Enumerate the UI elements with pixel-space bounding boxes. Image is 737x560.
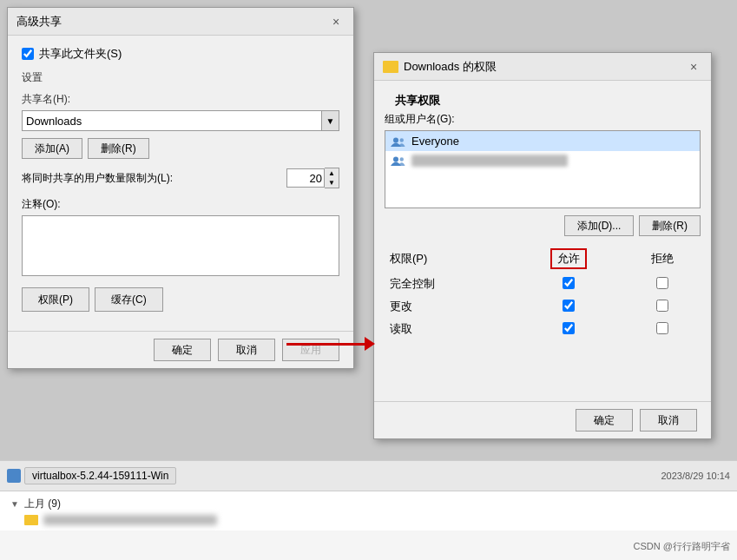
perm-spacer <box>385 340 701 392</box>
allow-read-checkbox[interactable] <box>563 322 575 334</box>
deny-change-checkbox[interactable] <box>656 300 668 312</box>
delete-share-button[interactable]: 删除(R) <box>88 138 149 159</box>
deny-full-control-checkbox[interactable] <box>656 277 668 289</box>
perm-name-full: 完全控制 <box>385 273 514 295</box>
advanced-ok-button[interactable]: 确定 <box>154 339 211 361</box>
group-label: 组或用户名(G): <box>385 112 701 127</box>
arrow-line <box>286 343 365 346</box>
deny-col-header: 拒绝 <box>623 245 701 273</box>
limit-spinner: ▲ ▼ <box>286 168 339 188</box>
spinner-down-button[interactable]: ▼ <box>325 178 339 188</box>
perm-row-read: 读取 <box>385 318 701 340</box>
folder-icon-sm <box>24 515 38 525</box>
taskbar-item-1[interactable]: virtualbox-5.2.44-159111-Win <box>24 467 176 484</box>
deny-change-cell <box>623 295 701 318</box>
expand-icon: ▼ <box>10 499 21 510</box>
folder-icon <box>383 61 398 73</box>
svg-point-1 <box>400 138 405 142</box>
permissions-title-area: Downloads 的权限 <box>383 59 497 75</box>
add-delete-row: 添加(A) 删除(R) <box>22 138 339 159</box>
perm-name-read: 读取 <box>385 318 514 340</box>
perm-row-change: 更改 <box>385 295 701 318</box>
permissions-dialog-title: Downloads 的权限 <box>404 59 497 75</box>
share-name-label: 共享名(H): <box>22 92 339 107</box>
allow-read-cell <box>514 318 623 340</box>
share-folder-row: 共享此文件夹(S) <box>22 46 339 62</box>
settings-label: 设置 <box>22 70 339 85</box>
share-name-arrow[interactable]: ▼ <box>322 110 339 131</box>
allow-col-header: 允许 <box>514 245 623 273</box>
advanced-dialog-titlebar: 高级共享 × <box>8 8 353 36</box>
group-item-everyone[interactable]: Everyone <box>385 131 700 151</box>
svg-point-2 <box>393 157 398 162</box>
notes-textarea[interactable] <box>22 215 339 276</box>
permissions-dialog-close[interactable]: × <box>685 58 702 76</box>
add-remove-row: 添加(D)... 删除(R) <box>385 215 701 236</box>
deny-read-cell <box>623 318 701 340</box>
month-label: 上月 (9) <box>24 497 61 511</box>
permissions-dialog-body: 共享权限 组或用户名(G): Everyone <box>374 81 711 401</box>
cache-button[interactable]: 缓存(C) <box>95 287 163 312</box>
file-row-1[interactable] <box>7 513 730 527</box>
permissions-dialog: Downloads 的权限 × 共享权限 组或用户名(G): Everyone <box>373 52 712 439</box>
advanced-dialog-body: 共享此文件夹(S) 设置 共享名(H): Downloads ▼ 添加(A) 删… <box>8 36 353 331</box>
allow-full-control-cell <box>514 273 623 295</box>
spinner-buttons: ▲ ▼ <box>325 168 339 188</box>
svg-point-3 <box>400 157 405 161</box>
share-folder-checkbox[interactable] <box>22 48 34 60</box>
arrow-head <box>365 337 375 351</box>
share-name-row: Downloads ▼ <box>22 110 339 131</box>
group-item-blurred[interactable] <box>385 151 700 170</box>
share-folder-label: 共享此文件夹(S) <box>39 46 122 62</box>
allow-header-highlight: 允许 <box>550 248 587 269</box>
deny-read-checkbox[interactable] <box>656 322 668 334</box>
permissions-ok-button[interactable]: 确定 <box>576 409 633 432</box>
allow-change-checkbox[interactable] <box>563 300 575 312</box>
perm-name-change: 更改 <box>385 295 514 318</box>
perm-cache-row: 权限(P) 缓存(C) <box>22 287 339 312</box>
watermark: CSDN @行行路明宇省 <box>634 540 730 553</box>
advanced-sharing-dialog: 高级共享 × 共享此文件夹(S) 设置 共享名(H): Downloads ▼ … <box>7 7 354 369</box>
permissions-dialog-titlebar: Downloads 的权限 × <box>374 53 711 81</box>
share-name-select[interactable]: Downloads <box>22 110 322 131</box>
permissions-table: 权限(P) 允许 拒绝 完全控制 <box>385 245 701 340</box>
limit-row: 将同时共享的用户数量限制为(L): ▲ ▼ <box>22 168 339 188</box>
arrow-indicator <box>286 337 375 351</box>
limit-input[interactable] <box>286 168 325 188</box>
everyone-label: Everyone <box>411 135 459 148</box>
permissions-cancel-button[interactable]: 取消 <box>640 409 697 432</box>
add-group-button[interactable]: 添加(D)... <box>564 215 635 236</box>
advanced-dialog-close[interactable]: × <box>327 13 345 30</box>
advanced-dialog-title: 高级共享 <box>16 14 62 30</box>
svg-point-0 <box>393 137 398 142</box>
perm-col-header: 权限(P) <box>385 245 514 273</box>
permissions-button[interactable]: 权限(P) <box>22 287 89 312</box>
people-icon-2 <box>391 155 406 167</box>
bottom-taskbar: virtualbox-5.2.44-159111-Win 2023/8/29 1… <box>0 460 737 491</box>
perm-row-full-control: 完全控制 <box>385 273 701 295</box>
limit-label: 将同时共享的用户数量限制为(L): <box>22 171 286 186</box>
group-list: Everyone <box>385 130 701 208</box>
file-list-area: ▼ 上月 (9) <box>0 491 737 530</box>
people-icon <box>391 135 406 148</box>
date-label-1: 2023/8/29 10:14 <box>661 471 730 481</box>
share-perms-label: 共享权限 <box>385 86 701 112</box>
add-share-button[interactable]: 添加(A) <box>22 138 82 159</box>
file-name-blurred <box>43 515 217 525</box>
deny-full-control-cell <box>623 273 701 295</box>
bottom-file-area: virtualbox-5.2.44-159111-Win 2023/8/29 1… <box>0 460 737 560</box>
allow-full-control-checkbox[interactable] <box>563 277 575 289</box>
allow-change-cell <box>514 295 623 318</box>
spinner-up-button[interactable]: ▲ <box>325 168 339 178</box>
remove-group-button[interactable]: 删除(R) <box>639 215 701 236</box>
taskbar-icon <box>7 469 21 483</box>
notes-label: 注释(O): <box>22 197 339 212</box>
advanced-cancel-button[interactable]: 取消 <box>218 339 275 361</box>
permissions-dialog-footer: 确定 取消 <box>374 401 711 438</box>
month-section-row: ▼ 上月 (9) <box>7 495 730 513</box>
blurred-name <box>411 155 568 167</box>
